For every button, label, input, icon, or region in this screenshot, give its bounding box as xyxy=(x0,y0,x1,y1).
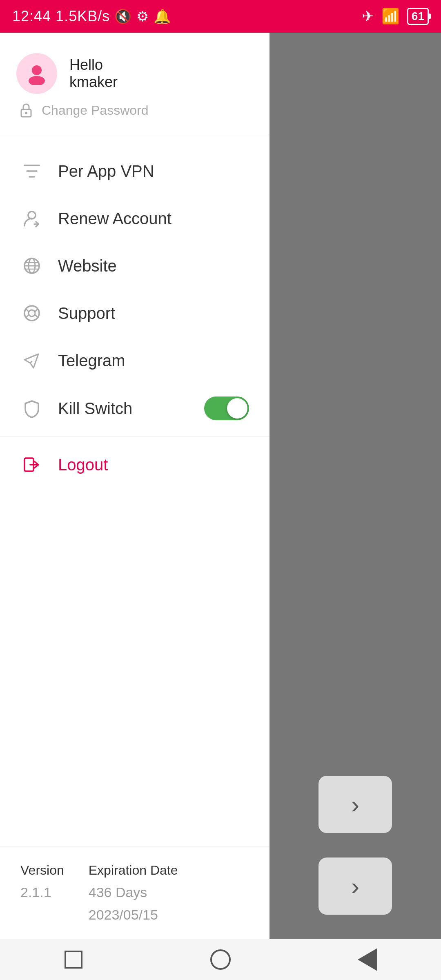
renew-account-label: Renew Account xyxy=(58,209,249,228)
status-time: 12:44 xyxy=(12,8,51,24)
avatar xyxy=(16,53,57,94)
nav-circle-btn[interactable] xyxy=(208,947,233,972)
menu-section: Per App VPN Renew Account xyxy=(0,139,270,846)
nav-square-btn[interactable] xyxy=(61,947,86,972)
lock-icon xyxy=(18,102,34,118)
battery-icon: 61 xyxy=(407,8,429,25)
support-label: Support xyxy=(58,304,249,323)
toggle-knob xyxy=(227,398,247,419)
expiration-date: 2023/05/15 xyxy=(89,907,178,923)
menu-item-support[interactable]: Support xyxy=(0,290,270,337)
wifi-icon: 📶 xyxy=(381,8,400,25)
right-arrow-btn-2[interactable]: › xyxy=(318,858,392,915)
change-password-item[interactable]: Change Password xyxy=(16,102,253,118)
svg-point-8 xyxy=(29,310,35,316)
kill-switch-label: Kill Switch xyxy=(58,399,189,418)
user-text: Hello kmaker xyxy=(69,56,118,91)
status-bar: 12:44 1.5KB/s 🔇 ⚙ 🔔 ✈ 📶 61 xyxy=(0,0,441,33)
status-signal: 1.5KB/s xyxy=(56,8,110,24)
svg-point-0 xyxy=(32,65,42,75)
telegram-label: Telegram xyxy=(58,352,249,370)
username-text: kmaker xyxy=(69,74,118,91)
user-header: Hello kmaker Change Password xyxy=(0,33,270,131)
notification-icon: 🔔 xyxy=(154,9,171,24)
support-icon xyxy=(20,302,43,325)
nav-back-btn[interactable] xyxy=(355,947,380,972)
renew-account-icon xyxy=(20,207,43,230)
menu-item-renew-account[interactable]: Renew Account xyxy=(0,195,270,242)
status-time-signal: 12:44 1.5KB/s 🔇 ⚙ 🔔 xyxy=(12,8,171,25)
website-label: Website xyxy=(58,257,249,275)
change-password-label: Change Password xyxy=(42,103,148,118)
status-right-icons: ✈ 📶 61 xyxy=(362,8,429,25)
telegram-icon xyxy=(20,349,43,372)
avatar-icon xyxy=(25,62,48,85)
expiration-label: Expiration Date xyxy=(89,863,178,878)
logout-divider xyxy=(0,437,270,437)
version-col: Version 2.1.1 xyxy=(20,863,64,923)
bottom-nav xyxy=(0,939,441,980)
logout-label: Logout xyxy=(58,456,249,474)
svg-point-7 xyxy=(24,306,39,321)
menu-item-kill-switch[interactable]: Kill Switch xyxy=(0,384,270,432)
svg-point-3 xyxy=(25,112,27,114)
mute-icon: 🔇 xyxy=(114,9,132,24)
menu-item-per-app-vpn[interactable]: Per App VPN xyxy=(0,147,270,195)
right-arrow-btn-1[interactable]: › xyxy=(318,776,392,833)
version-label: Version xyxy=(20,863,64,878)
menu-item-telegram[interactable]: Telegram xyxy=(0,337,270,384)
user-info: Hello kmaker xyxy=(16,53,253,94)
globe-icon xyxy=(20,254,43,277)
kill-switch-toggle[interactable] xyxy=(204,396,249,420)
filter-icon xyxy=(20,160,43,183)
shield-icon xyxy=(20,397,43,420)
version-value: 2.1.1 xyxy=(20,884,64,900)
footer-info: Version 2.1.1 Expiration Date 436 Days 2… xyxy=(0,846,270,939)
right-panel: › › xyxy=(270,33,441,939)
settings-icon: ⚙ xyxy=(136,9,149,24)
menu-item-website[interactable]: Website xyxy=(0,242,270,290)
header-divider xyxy=(0,135,270,135)
hello-text: Hello xyxy=(69,56,118,74)
nav-square-icon xyxy=(65,951,82,969)
nav-circle-icon xyxy=(210,949,231,970)
per-app-vpn-label: Per App VPN xyxy=(58,162,249,180)
expiration-days: 436 Days xyxy=(89,884,178,900)
airplane-icon: ✈ xyxy=(362,8,374,25)
logout-icon xyxy=(20,453,43,476)
svg-point-1 xyxy=(29,76,45,85)
menu-item-logout[interactable]: Logout xyxy=(0,441,270,488)
drawer: Hello kmaker Change Password Per App VPN xyxy=(0,33,270,939)
expiration-col: Expiration Date 436 Days 2023/05/15 xyxy=(89,863,178,923)
nav-triangle-icon xyxy=(358,948,377,971)
